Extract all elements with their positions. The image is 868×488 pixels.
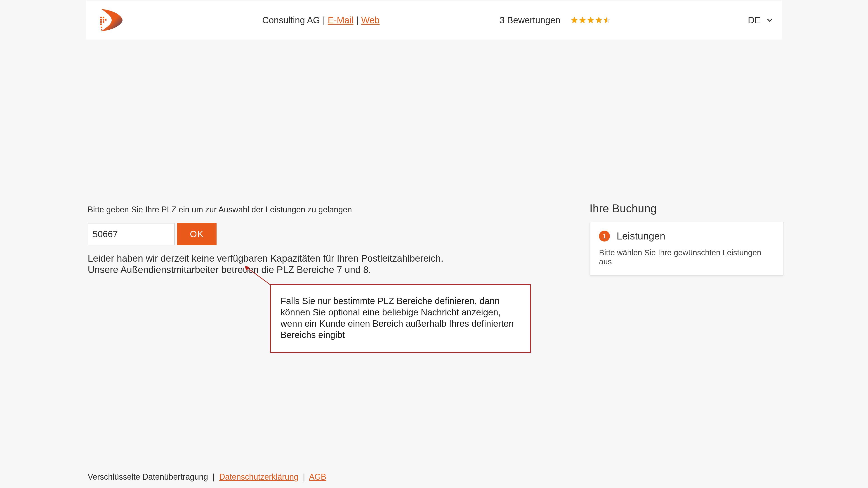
svg-rect-7 (185, 115, 552, 129)
play-logo-icon (96, 5, 125, 35)
step-label: Leistungen (617, 230, 665, 242)
web-link[interactable]: Web (361, 15, 380, 25)
star-icon (570, 16, 579, 24)
annotation-text: Falls Sie nur bestimmte PLZ Bereiche def… (281, 296, 514, 340)
plz-error-message: Leider haben wir derzeit keine verfügbar… (88, 253, 517, 275)
svg-rect-21 (100, 24, 102, 25)
privacy-link[interactable]: Datenschutzerklärung (219, 472, 298, 482)
svg-rect-1 (0, 122, 868, 161)
svg-rect-19 (100, 21, 102, 23)
svg-line-24 (247, 267, 271, 285)
annotation-arrow-icon (244, 265, 273, 287)
booking-sidebar: Ihre Buchung 1 Leistungen Bitte wählen S… (590, 202, 784, 275)
company-info: Consulting AG | E-Mail | Web (262, 1, 379, 39)
footer-secure-text: Verschlüsselte Datenübertragung (88, 472, 208, 482)
svg-rect-23 (101, 29, 102, 31)
svg-rect-16 (100, 19, 102, 21)
plz-prompt: Bitte geben Sie Ihre PLZ ein um zur Ausw… (88, 205, 517, 215)
svg-point-11 (0, 122, 54, 149)
step-number-badge: 1 (599, 231, 610, 241)
star-half-icon (603, 16, 611, 24)
svg-rect-22 (101, 27, 102, 28)
svg-rect-17 (103, 19, 104, 21)
svg-rect-20 (103, 21, 104, 23)
plz-error-line2: Unsere Außendienstmitarbeiter betreuen d… (88, 264, 517, 275)
plz-input[interactable] (88, 223, 175, 245)
header-bar: Consulting AG | E-Mail | Web 3 Bewertung… (86, 1, 782, 39)
svg-point-9 (547, 59, 624, 104)
main-area: Bitte geben Sie Ihre PLZ ein um zur Ausw… (0, 161, 868, 488)
rating-stars (570, 16, 611, 24)
plz-section: Bitte geben Sie Ihre PLZ ein um zur Ausw… (88, 205, 517, 275)
annotation-box: Falls Sie nur bestimmte PLZ Bereiche def… (270, 284, 531, 353)
sidebar-title: Ihre Buchung (590, 202, 784, 215)
svg-rect-18 (105, 19, 106, 21)
svg-rect-15 (103, 17, 104, 18)
chevron-down-icon (766, 17, 773, 24)
email-link[interactable]: E-Mail (328, 15, 353, 25)
svg-rect-6 (185, 88, 552, 102)
plz-error-line1: Leider haben wir derzeit keine verfügbar… (88, 253, 517, 264)
svg-point-8 (502, 68, 569, 122)
ratings-block[interactable]: 3 Bewertungen (500, 1, 611, 39)
ratings-count: 3 Bewertungen (500, 15, 560, 25)
language-code: DE (748, 15, 761, 25)
logo[interactable] (96, 5, 125, 35)
ok-button[interactable]: OK (177, 223, 217, 245)
svg-rect-5 (185, 61, 552, 74)
svg-marker-25 (245, 266, 250, 271)
company-name: Consulting AG (262, 15, 320, 25)
star-icon (595, 16, 603, 24)
svg-point-10 (533, 68, 601, 111)
footer: Verschlüsselte Datenübertragung | Datens… (88, 472, 326, 482)
terms-link[interactable]: AGB (309, 472, 326, 482)
step-description: Bitte wählen Sie Ihre gewünschten Leistu… (599, 248, 774, 266)
step-card-leistungen[interactable]: 1 Leistungen Bitte wählen Sie Ihre gewün… (590, 222, 784, 275)
language-selector[interactable]: DE (748, 1, 773, 39)
svg-rect-14 (100, 17, 102, 18)
star-icon (587, 16, 595, 24)
star-icon (579, 16, 587, 24)
